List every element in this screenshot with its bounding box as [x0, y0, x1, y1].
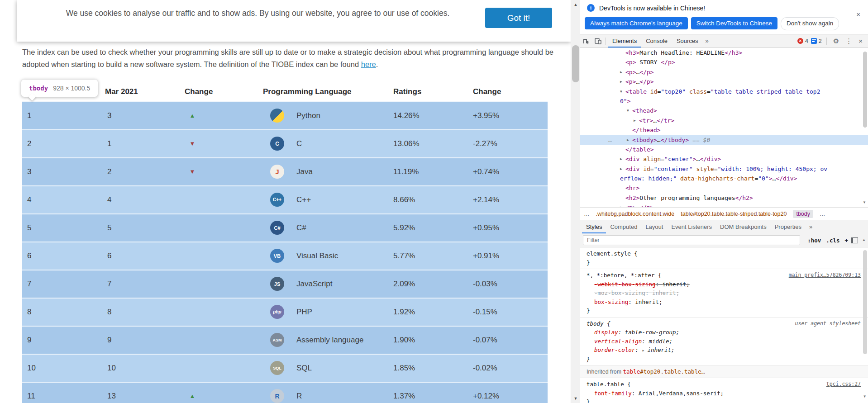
table-row-php: 88phpPHP1.92%-0.15% [22, 298, 548, 326]
styles-tab-event-listeners[interactable]: Event Listeners [667, 220, 716, 233]
dom-node-line[interactable]: <h2>Other programming languages</h2> [580, 193, 868, 203]
tab-console[interactable]: Console [641, 34, 672, 47]
breadcrumb-item[interactable]: .whitebg.padblock.content.wide [596, 211, 675, 217]
rule-selector[interactable]: element.style { [580, 249, 868, 258]
styles-tab-layout[interactable]: Layout [641, 220, 667, 233]
tab-sources[interactable]: Sources [672, 34, 703, 47]
dom-node-line[interactable]: </table> [580, 145, 868, 154]
rule-selector[interactable]: tpci.css:27table.table { [580, 380, 868, 389]
dom-node-line[interactable]: <h3>March Headline: HEADLINE</h3> [580, 48, 868, 57]
dom-node-line[interactable]: ▶<p>…</p> [580, 67, 868, 77]
rule-selector[interactable]: main_prefix…57826709:13*, *:before, *:af… [580, 271, 868, 280]
expand-arrow-icon[interactable]: ▶ [620, 154, 622, 164]
inherited-selector[interactable]: table [623, 368, 640, 375]
css-property-vertical-align[interactable]: vertical-align: middle; [580, 337, 868, 346]
css-property-webkit-box-sizing[interactable]: -webkit-box-sizing: inherit; [580, 280, 868, 289]
code-token: </p> [639, 69, 653, 76]
styles-control-hov[interactable]: :hov [807, 237, 821, 244]
styles-filter-input[interactable] [583, 235, 800, 245]
code-token: > [769, 175, 773, 182]
css-property-display[interactable]: display: table-row-group; [580, 328, 868, 337]
ratings-cell: 8.66% [393, 186, 415, 213]
styles-scrollbar-thumb[interactable] [863, 250, 867, 354]
styles-tab-dom-breakpoints[interactable]: DOM Breakpoints [716, 220, 771, 233]
settings-gear-icon[interactable]: ⚙ [831, 37, 841, 45]
dom-node-line[interactable]: ▶<tr>…</tr> [580, 116, 868, 125]
dom-node-line[interactable]: ▼<table id="top20" class="table table-st… [580, 87, 868, 96]
expand-arrow-icon[interactable]: ▶ [620, 203, 622, 207]
styles-tab-styles[interactable]: Styles [582, 220, 606, 233]
code-token: > [693, 156, 696, 162]
code-token: "center" [664, 156, 693, 162]
issues-badge[interactable]: 2 [811, 38, 822, 44]
scrollbar-thumb[interactable] [572, 45, 579, 82]
console-errors-badge[interactable]: ✕ 4 [797, 38, 808, 44]
code-token [677, 175, 680, 182]
dom-node-line[interactable]: ▶<p> </p> [580, 203, 868, 207]
table-row-javascript: 77JSJavaScript2.09%-0.03% [22, 270, 548, 298]
code-token: "0" [758, 175, 768, 182]
breadcrumb-item[interactable]: … [584, 211, 590, 217]
dom-node-line[interactable]: </thead> [580, 125, 868, 135]
styles-scroll-up-icon[interactable]: ▲ [862, 238, 866, 242]
styles-tab-properties[interactable]: Properties [771, 220, 806, 233]
dom-node-line[interactable]: ▼<thead> [580, 106, 868, 115]
breadcrumb-item[interactable]: … [820, 211, 825, 217]
toggle-panel-icon[interactable] [851, 237, 858, 243]
notice-close-icon[interactable]: × [856, 10, 860, 18]
rule-source-link[interactable]: tpci.css:27 [826, 380, 861, 389]
colon: : [635, 346, 642, 353]
css-property-box-sizing[interactable]: box-sizing: inherit; [580, 298, 868, 307]
css-property-font-family[interactable]: font-family: Arial,Verdana,sans-serif; [580, 389, 868, 398]
dom-node-line[interactable]: ▶<div align="center">…</div> [580, 154, 868, 164]
expand-arrow-icon[interactable]: ▶ [620, 67, 622, 77]
cookie-accept-button[interactable]: Got it! [485, 8, 552, 28]
rule-selector[interactable]: user agent stylesheettbody { [580, 319, 868, 328]
devtools-close-icon[interactable]: × [857, 37, 864, 45]
dom-node-line[interactable]: ▶<div id="container" style="width: 100%;… [580, 164, 868, 174]
css-property-moz-box-sizing[interactable]: -moz-box-sizing: inherit; [580, 289, 868, 298]
dom-node-line[interactable]: erflow: hidden;" data-highcharts-chart="… [580, 174, 868, 183]
breadcrumb-selected[interactable]: tbody [793, 210, 813, 218]
dom-node-line[interactable]: <hr> [580, 183, 868, 193]
always-match-chrome-s-language-button[interactable]: Always match Chrome's language [585, 17, 688, 29]
rule-source-link: user agent stylesheet [795, 319, 861, 328]
breadcrumb-item[interactable]: table#top20.table.table-striped.table-to… [681, 211, 787, 217]
scroll-up-icon[interactable]: ▲ [571, 2, 580, 7]
tooltip-tag: tbody [29, 85, 48, 92]
expand-arrow-icon[interactable]: ▶ [634, 116, 636, 125]
toolbar-divider [606, 38, 606, 45]
kebab-menu-icon[interactable]: ⋮ [844, 37, 854, 45]
styles-scroll-down-icon[interactable]: ▼ [863, 392, 866, 401]
page-scrollbar[interactable]: ▲ ▼ [571, 0, 580, 403]
don-t-show-again-button[interactable]: Don't show again [781, 17, 839, 30]
dom-node-line[interactable]: <p> STORY </p> [580, 57, 868, 67]
dom-node-line[interactable]: 0"> [580, 96, 868, 106]
collapse-arrow-icon[interactable]: ▼ [620, 87, 622, 96]
language-name: C# [296, 214, 306, 242]
styles-control-[interactable]: + [844, 237, 848, 244]
ellipsis-badge[interactable]: … [608, 135, 612, 145]
dom-node-line[interactable]: ▶<p>…</p> [580, 77, 868, 86]
styles-more-tabs-icon[interactable]: » [806, 223, 816, 230]
tab-elements[interactable]: Elements [608, 34, 641, 47]
device-toolbar-icon[interactable] [592, 34, 604, 47]
collapse-arrow-icon[interactable]: ▼ [627, 106, 629, 115]
inspect-element-icon[interactable] [580, 34, 592, 47]
styles-tab-computed[interactable]: Computed [606, 220, 641, 233]
property-value: inherit; [652, 289, 679, 296]
previous-rank-cell: 9 [107, 327, 111, 354]
scroll-down-icon[interactable]: ▼ [571, 396, 580, 401]
rule-source-link[interactable]: main_prefix…57826709:13 [789, 271, 861, 280]
expand-arrow-icon[interactable]: ▶ [627, 135, 629, 145]
expand-arrow-icon[interactable]: ▶ [620, 164, 622, 174]
here-link[interactable]: here [361, 60, 376, 68]
css-property-border-color[interactable]: border-color: ▸ inherit; [580, 346, 868, 355]
dom-node-line[interactable]: ▶…<tbody>…</tbody> == $0 [580, 135, 868, 145]
styles-control-cls[interactable]: .cls [826, 237, 839, 244]
expand-arrow-icon[interactable]: ▶ [620, 77, 622, 86]
more-tabs-icon[interactable]: » [703, 38, 711, 44]
inherited-selector-classes[interactable]: #top20.table.table… [640, 368, 705, 375]
switch-devtools-to-chinese-button[interactable]: Switch DevTools to Chinese [691, 17, 777, 29]
expand-value-icon[interactable]: ▸ [642, 348, 647, 353]
